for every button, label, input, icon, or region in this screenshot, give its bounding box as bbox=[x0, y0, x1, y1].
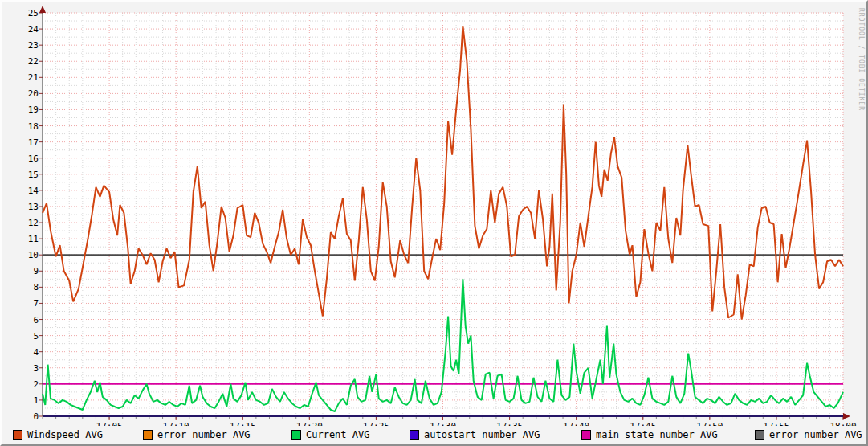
y-axis-tick-label: 1 bbox=[33, 395, 39, 406]
legend-swatch-icon bbox=[13, 430, 22, 440]
legend-swatch-icon bbox=[755, 430, 764, 440]
y-axis-tick-label: 4 bbox=[33, 347, 39, 358]
legend-item-current-avg: Current AVG bbox=[291, 429, 369, 440]
legend-label: Current AVG bbox=[306, 429, 369, 440]
y-axis-tick-label: 20 bbox=[28, 88, 39, 99]
legend-item-autostart-number-avg: autostart_number AVG bbox=[410, 429, 540, 440]
y-axis-tick-label: 24 bbox=[28, 24, 39, 35]
y-axis-tick-label: 8 bbox=[33, 282, 39, 293]
y-axis-tick-label: 25 bbox=[28, 8, 39, 18]
y-axis-tick-label: 19 bbox=[28, 104, 39, 115]
y-axis-tick-label: 12 bbox=[28, 218, 39, 228]
legend-item-main-state-number-avg: main_state_number AVG bbox=[581, 429, 718, 440]
y-axis-tick-label: 5 bbox=[33, 331, 39, 342]
y-axis-tick-label: 18 bbox=[28, 121, 39, 132]
y-axis-tick-label: 16 bbox=[28, 153, 39, 164]
y-axis-arrow-icon bbox=[39, 6, 46, 13]
watermark-text: RRDTOOL / TOBI OETIKER bbox=[858, 8, 865, 111]
y-axis-tick-label: 10 bbox=[28, 250, 39, 260]
y-axis-tick-label: 22 bbox=[28, 56, 39, 67]
y-axis-tick-label: 14 bbox=[28, 186, 39, 196]
legend-label: Windspeed AVG bbox=[27, 429, 103, 440]
y-axis-tick-label: 23 bbox=[28, 40, 39, 51]
x-axis-arrow-icon bbox=[843, 413, 850, 419]
legend-swatch-icon bbox=[291, 430, 301, 440]
legend: Windspeed AVGerror_number AVGCurrent AVG… bbox=[2, 426, 868, 445]
y-axis-tick-label: 21 bbox=[28, 72, 39, 83]
y-axis-tick-label: 11 bbox=[28, 234, 39, 244]
y-axis-tick-label: 17 bbox=[28, 137, 39, 148]
legend-item-error-number-avg: error_number AVG bbox=[755, 429, 862, 440]
legend-item-windspeed-avg: Windspeed AVG bbox=[13, 429, 103, 440]
legend-label: error_number AVG bbox=[769, 429, 862, 440]
y-axis-tick-label: 3 bbox=[33, 363, 39, 374]
y-axis-tick-label: 0 bbox=[33, 411, 39, 422]
chart-canvas: 0123456789101112131415161718192021222324… bbox=[2, 2, 868, 426]
legend-swatch-icon bbox=[581, 430, 591, 440]
legend-swatch-icon bbox=[143, 430, 153, 440]
legend-label: autostart_number AVG bbox=[424, 429, 540, 440]
y-axis-tick-label: 15 bbox=[28, 170, 39, 180]
y-axis-tick-label: 9 bbox=[33, 266, 39, 276]
legend-label: error_number AVG bbox=[157, 429, 251, 440]
y-axis-tick-label: 7 bbox=[33, 298, 39, 309]
rrd-graph-image: 0123456789101112131415161718192021222324… bbox=[0, 0, 868, 446]
y-axis-tick-label: 2 bbox=[33, 379, 39, 390]
legend-swatch-icon bbox=[410, 430, 419, 440]
legend-label: main_state_number AVG bbox=[596, 429, 718, 440]
y-axis-tick-label: 13 bbox=[28, 202, 39, 212]
y-axis-tick-label: 6 bbox=[33, 315, 39, 325]
legend-item-error-number-avg: error_number AVG bbox=[143, 429, 251, 440]
